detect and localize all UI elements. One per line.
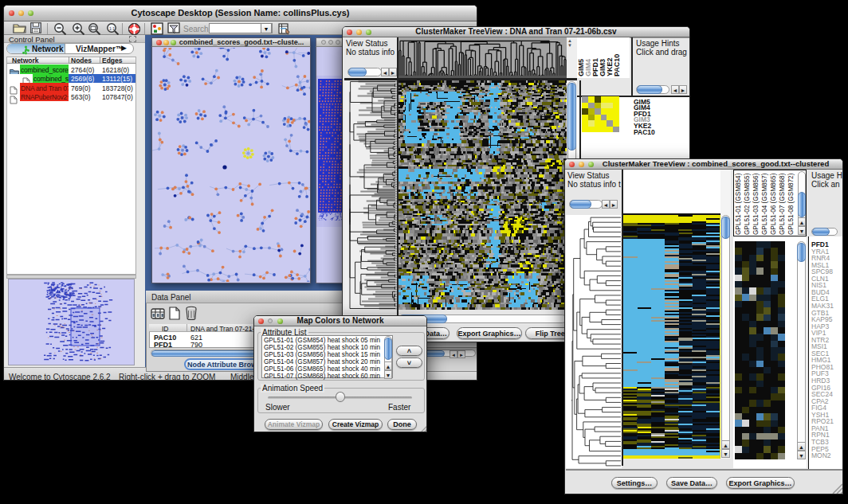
svg-text:PAC10: PAC10 [613, 54, 621, 76]
svg-text:GPL51-02 (GSM855): GPL51-02 (GSM855) [744, 173, 751, 235]
svg-text:GPL51-08 (GSM872): GPL51-08 (GSM872) [787, 173, 795, 235]
svg-text:GPL51-04 (GSM857): GPL51-04 (GSM857) [761, 173, 768, 235]
svg-text:GPL51-06 (GSM865): GPL51-06 (GSM865) [770, 173, 777, 235]
svg-text:GPL51-07 (GSM868): GPL51-07 (GSM868) [779, 173, 786, 235]
svg-text:GPL51-03 (GSM856): GPL51-03 (GSM856) [752, 173, 760, 235]
svg-text:GPL51-01 (GSM854): GPL51-01 (GSM854) [735, 173, 742, 235]
svg-text:1:1: 1:1 [109, 26, 115, 31]
